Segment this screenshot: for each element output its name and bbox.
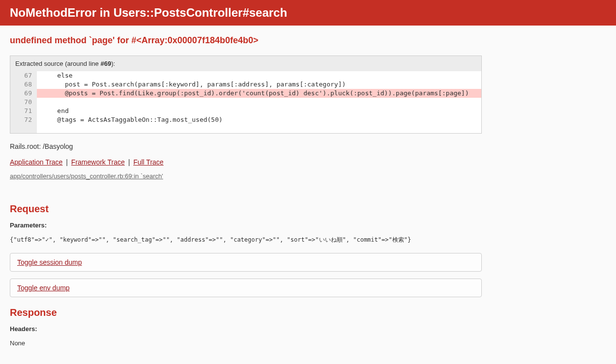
toggle-session-box: Toggle session dump	[10, 253, 482, 272]
line-code: @tags = ActsAsTaggableOn::Tag.most_used(…	[37, 115, 481, 124]
full-trace-link[interactable]: Full Trace	[133, 158, 163, 166]
application-trace-link[interactable]: Application Trace	[10, 158, 62, 166]
line-code: end	[37, 107, 481, 115]
line-number: 71	[10, 107, 37, 115]
toggle-env-dump[interactable]: Toggle env dump	[17, 284, 70, 292]
line-number: 68	[10, 80, 37, 89]
toggle-env-box: Toggle env dump	[10, 279, 482, 297]
rails-root: Rails.root: /Basyolog	[10, 142, 482, 150]
source-line: 67 else	[10, 71, 481, 80]
headers-label: Headers:	[10, 325, 482, 333]
request-heading: Request	[10, 203, 482, 215]
line-number: 67	[10, 71, 37, 80]
line-code	[37, 98, 481, 107]
source-line-number: #69	[100, 60, 111, 67]
toggle-session-dump[interactable]: Toggle session dump	[17, 258, 82, 266]
trace-line[interactable]: app/controllers/users/posts_controller.r…	[10, 172, 163, 180]
separator: |	[128, 158, 130, 166]
extracted-source: Extracted source (around line #69): 67 e…	[10, 56, 482, 134]
source-line: 69 @posts = Post.find(Like.group(:post_i…	[10, 89, 481, 98]
response-heading: Response	[10, 307, 482, 318]
source-intro: Extracted source (around line	[15, 60, 100, 67]
error-title: NoMethodError in Users::PostsController#…	[10, 6, 606, 20]
line-code: @posts = Post.find(Like.group(:post_id).…	[37, 89, 481, 98]
source-line: 71 end	[10, 107, 481, 115]
source-table: 67 else68 post = Post.search(params[:key…	[10, 71, 481, 133]
error-header: NoMethodError in Users::PostsController#…	[0, 0, 616, 26]
line-code: post = Post.search(params[:keyword], par…	[37, 80, 481, 89]
error-message: undefined method `page' for #<Array:0x00…	[10, 35, 482, 46]
line-code: else	[37, 71, 481, 80]
framework-trace-link[interactable]: Framework Trace	[71, 158, 125, 166]
trace-links: Application Trace | Framework Trace | Fu…	[10, 158, 482, 166]
source-header: Extracted source (around line #69):	[10, 56, 481, 71]
line-number: 70	[10, 98, 37, 107]
line-number: 72	[10, 115, 37, 124]
source-line: 72 @tags = ActsAsTaggableOn::Tag.most_us…	[10, 115, 481, 124]
source-intro-close: ):	[111, 60, 115, 67]
parameters-label: Parameters:	[10, 222, 482, 229]
parameters-dump: {"utf8"=>"✓", "keyword"=>"", "search_tag…	[10, 236, 482, 244]
source-line: 70	[10, 98, 481, 107]
headers-value: None	[10, 339, 482, 347]
line-number: 69	[10, 89, 37, 98]
source-line: 68 post = Post.search(params[:keyword], …	[10, 80, 481, 89]
separator: |	[66, 158, 68, 166]
